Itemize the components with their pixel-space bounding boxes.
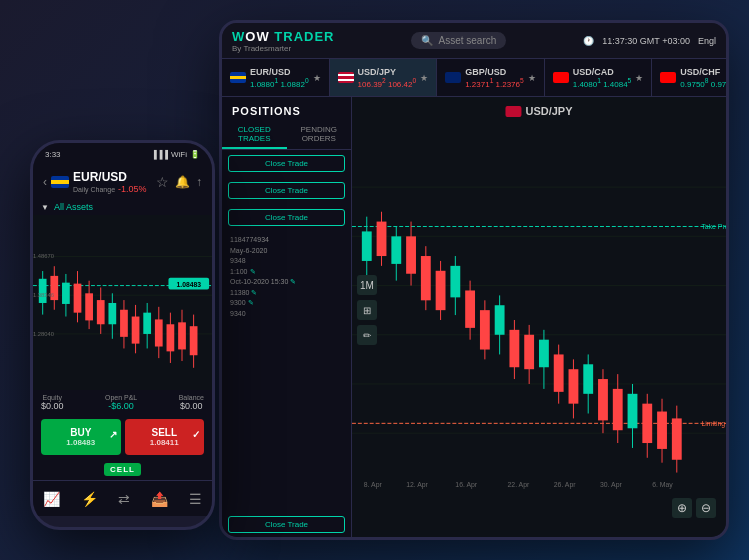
star-icon[interactable]: ★: [635, 73, 643, 83]
pair-price: 106.392 106.420: [358, 77, 417, 89]
nav-transfer-icon[interactable]: ⇄: [118, 491, 130, 507]
indicator-btn[interactable]: ⊞: [357, 300, 377, 320]
clock-icon: 🕐: [583, 36, 594, 46]
svg-rect-74: [74, 284, 82, 313]
back-icon[interactable]: ‹: [43, 175, 47, 189]
star-icon[interactable]: ★: [313, 73, 321, 83]
svg-text:6. May: 6. May: [652, 481, 673, 489]
star-icon[interactable]: ★: [528, 73, 536, 83]
draw-btn[interactable]: ✏: [357, 325, 377, 345]
svg-rect-9: [362, 231, 372, 261]
tab-usdjpy[interactable]: USD/JPY 106.392 106.420 ★: [330, 59, 438, 96]
tab-eurusd[interactable]: EUR/USD 1.08801 1.08820 ★: [222, 59, 330, 96]
equity-label: Equity: [43, 394, 62, 401]
close-trade-btn-1[interactable]: Close Trade: [228, 155, 344, 172]
phone-pair-label: EUR/USD: [73, 170, 147, 184]
nav-menu-icon[interactable]: ☰: [189, 491, 202, 507]
svg-rect-90: [167, 324, 175, 351]
svg-rect-82: [120, 310, 128, 337]
svg-rect-45: [628, 394, 638, 428]
svg-rect-17: [421, 256, 431, 300]
svg-rect-19: [436, 271, 446, 310]
svg-text:16. Apr: 16. Apr: [455, 481, 477, 489]
phone-flag: [51, 176, 69, 188]
svg-rect-47: [642, 404, 652, 443]
svg-rect-51: [672, 418, 682, 459]
equity-value: $0.00: [41, 401, 64, 411]
nav-trading-icon[interactable]: ⚡: [81, 491, 98, 507]
svg-rect-25: [480, 310, 490, 349]
close-trade-btn-3[interactable]: Close Trade: [228, 209, 344, 226]
dropdown-icon: ▼: [41, 203, 49, 212]
svg-text:26. Apr: 26. Apr: [554, 481, 576, 489]
all-assets-text[interactable]: All Assets: [54, 202, 93, 212]
search-bar[interactable]: 🔍 Asset search: [411, 32, 506, 49]
pair-label: USD/CAD: [573, 67, 632, 77]
wifi-icon: WiFi: [171, 150, 187, 159]
svg-text:Limiting Order 100.712: Limiting Order 100.712: [701, 420, 726, 428]
svg-rect-43: [613, 389, 623, 430]
phone-pair-info: EUR/USD Daily Change -1.05%: [73, 170, 147, 194]
svg-rect-88: [155, 319, 163, 346]
flag-eu: [230, 72, 246, 83]
svg-text:8. Apr: 8. Apr: [364, 481, 383, 489]
phone-device: 3:33 ▐▐▐ WiFi 🔋 ‹ EUR/USD Daily Change -…: [30, 140, 215, 530]
pnl-label: Open P&L: [105, 394, 137, 401]
sell-label: SELL: [129, 427, 201, 438]
flag-ch: [660, 72, 676, 83]
language-selector[interactable]: Engl: [698, 36, 716, 46]
tab-usdchf[interactable]: USD/CHF 0.97508 0.97559 ★: [652, 59, 726, 96]
svg-rect-13: [391, 236, 401, 264]
logo-subtitle: By Tradesmarter: [232, 44, 334, 53]
pending-orders-tab[interactable]: PENDINGORDERS: [287, 121, 352, 149]
svg-rect-92: [178, 322, 186, 349]
phone-bottom-info: Equity $0.00 Open P&L -$6.00 Balance $0.…: [33, 390, 212, 415]
tab-gbpusd[interactable]: GBP/USD 1.23711 1.23765 ★: [437, 59, 545, 96]
pair-price: 1.08801 1.08820: [250, 77, 309, 89]
svg-rect-94: [190, 326, 198, 355]
closed-trades-tab[interactable]: CLOSEDTRADES: [222, 121, 287, 149]
tablet-top-bar: WOW TRADER By Tradesmarter 🔍 Asset searc…: [222, 23, 726, 59]
svg-rect-23: [465, 290, 475, 327]
star-icon[interactable]: ★: [420, 73, 428, 83]
nav-deposit-icon[interactable]: 📤: [151, 491, 168, 507]
pair-price: 0.97508 0.97559: [680, 77, 726, 89]
chart-flag: [505, 106, 521, 117]
time-display: 11:37:30 GMT +03:00: [602, 36, 690, 46]
svg-rect-76: [85, 293, 93, 320]
search-placeholder: Asset search: [438, 35, 496, 46]
balance-label: Balance: [179, 394, 204, 401]
top-right-info: 🕐 11:37:30 GMT +03:00 Engl: [583, 36, 716, 46]
search-icon: 🔍: [421, 35, 433, 46]
share-icon[interactable]: ↑: [196, 175, 202, 189]
trade-amount: 9348: [230, 256, 343, 267]
positions-panel: POSITIONS CLOSEDTRADES PENDINGORDERS Clo…: [222, 97, 352, 540]
positions-title: POSITIONS: [222, 97, 351, 121]
phone-nav: 📈 ⚡ ⇄ 📤 ☰: [33, 480, 212, 516]
zoom-in-btn[interactable]: ⊕: [672, 498, 692, 518]
timeframe-btn[interactable]: 1M: [357, 275, 377, 295]
nav-chart-icon[interactable]: 📈: [43, 491, 60, 507]
tab-usdcad[interactable]: USD/CAD 1.40801 1.40845 ★: [545, 59, 653, 96]
star-icon[interactable]: ☆: [156, 174, 169, 190]
svg-text:1.08483: 1.08483: [177, 281, 202, 288]
close-trade-btn-4[interactable]: Close Trade: [228, 516, 344, 533]
close-trade-btn-2[interactable]: Close Trade: [228, 182, 344, 199]
trade-info: 1184774934 May-6-2020 9348 1:100 ✎ Oct-1…: [222, 231, 351, 323]
cell-badge: CELL: [104, 463, 141, 476]
logo-area: WOW TRADER By Tradesmarter: [232, 29, 334, 53]
chart-symbol: USD/JPY: [525, 105, 572, 117]
flag-ca: [553, 72, 569, 83]
svg-rect-37: [569, 369, 579, 403]
svg-text:12. Apr: 12. Apr: [406, 481, 428, 489]
buy-button[interactable]: BUY 1.08483 ↗: [41, 419, 121, 455]
svg-rect-49: [657, 412, 667, 449]
bell-icon[interactable]: 🔔: [175, 175, 190, 189]
svg-rect-33: [539, 340, 549, 368]
trade-leverage: 1:100 ✎: [230, 267, 343, 278]
svg-rect-41: [598, 379, 608, 420]
trade-id: 1184774934: [230, 235, 343, 246]
zoom-out-btn[interactable]: ⊖: [696, 498, 716, 518]
sell-button[interactable]: SELL 1.08411 ✓: [125, 419, 205, 455]
svg-text:30. Apr: 30. Apr: [600, 481, 622, 489]
